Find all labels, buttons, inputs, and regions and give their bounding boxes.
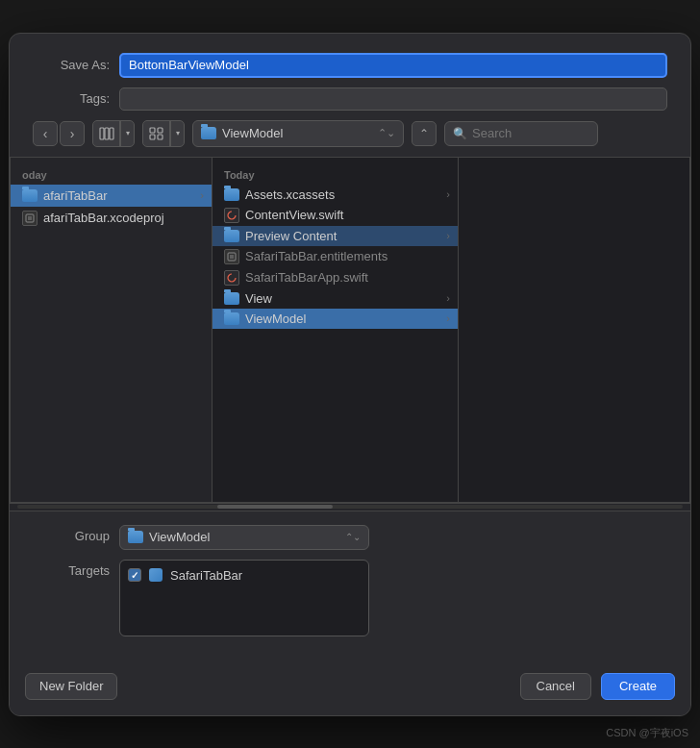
file-arrow-assets: › — [446, 188, 450, 200]
target-checkbox-safari[interactable]: ✓ — [128, 568, 141, 582]
target-label-safari: SafariTabBar — [170, 568, 242, 583]
file-folder-icon-viewmodel — [224, 312, 239, 325]
file-label-preview: Preview Content — [245, 229, 440, 243]
main-pane: Today Assets.xcassets › ContentView.swif… — [212, 158, 459, 502]
targets-row: Targets ✓ SafariTabBar — [33, 560, 667, 636]
checkbox-check-icon: ✓ — [131, 570, 138, 581]
file-arrow-viewmodel: › — [446, 312, 450, 324]
btn-group-right: Cancel Create — [520, 673, 676, 700]
svg-rect-6 — [158, 135, 162, 139]
search-icon: 🔍 — [453, 127, 467, 140]
search-input[interactable] — [472, 126, 589, 140]
file-arrow-preview: › — [446, 230, 450, 241]
tags-row: Tags: — [33, 87, 667, 111]
button-row: New Folder Cancel Create — [10, 660, 690, 715]
target-item-safari: ✓ SafariTabBar — [128, 566, 361, 585]
file-folder-icon-view — [224, 292, 239, 305]
dropdown-arrows-icon: ⌃⌄ — [345, 532, 361, 542]
svg-rect-2 — [110, 128, 113, 139]
sidebar-item-safari-tab-bar[interactable]: afariTabBar › — [11, 185, 212, 207]
tags-label: Tags: — [33, 91, 110, 106]
file-label-app: SafariTabBarApp.swift — [245, 270, 450, 285]
view-column-dropdown-arrow[interactable]: ▾ — [120, 121, 134, 146]
target-app-icon — [149, 568, 162, 582]
file-swift-icon-contentview — [224, 208, 239, 223]
view-grid-btn-set: ▾ — [142, 120, 185, 147]
svg-rect-5 — [150, 135, 155, 139]
sidebar-section-header: oday — [11, 165, 212, 185]
svg-rect-7 — [26, 214, 34, 222]
sidebar-item-xcodeproj[interactable]: afariTabBar.xcodeproj — [11, 207, 212, 230]
view-column-button[interactable] — [93, 121, 120, 146]
location-chevron-icon: ⌃⌄ — [378, 127, 395, 139]
file-label-assets: Assets.xcassets — [245, 187, 440, 202]
svg-rect-0 — [100, 128, 104, 139]
file-swift-icon-app — [224, 270, 239, 286]
location-folder-icon — [201, 127, 216, 139]
scrollbar-area — [10, 503, 690, 511]
group-dropdown-label: ViewModel — [149, 530, 339, 544]
forward-button[interactable]: › — [60, 121, 85, 146]
cancel-button[interactable]: Cancel — [520, 673, 591, 700]
sidebar-pane: oday afariTabBar › afariTabBar.xcodeproj — [11, 158, 212, 502]
main-section-header: Today — [212, 165, 458, 185]
svg-rect-10 — [228, 253, 236, 261]
location-expand-button[interactable]: ⌃ — [412, 121, 437, 146]
sidebar-item-arrow-1: › — [200, 189, 204, 201]
targets-label: Targets — [33, 560, 110, 578]
view-grid-dropdown-arrow[interactable]: ▾ — [170, 121, 184, 146]
file-arrow-view: › — [446, 292, 450, 304]
file-label-entitlements: SafariTabBar.entitlements — [245, 249, 450, 263]
file-item-preview[interactable]: Preview Content › — [212, 226, 458, 246]
file-item-viewmodel[interactable]: ViewModel › — [212, 309, 458, 329]
scrollbar-thumb — [217, 505, 333, 509]
save-as-label: Save As: — [33, 58, 110, 72]
file-label-contentview: ContentView.swift — [245, 208, 450, 222]
svg-rect-3 — [150, 128, 155, 133]
create-button[interactable]: Create — [601, 673, 675, 700]
file-label-viewmodel: ViewModel — [245, 312, 440, 326]
sidebar-file-icon-2 — [22, 211, 38, 226]
bottom-section: Group ViewModel ⌃⌄ Targets ✓ SafariTabBa… — [10, 511, 690, 660]
search-box: 🔍 — [444, 121, 598, 146]
svg-rect-1 — [105, 128, 109, 139]
view-column-btn-set: ▾ — [92, 120, 135, 147]
file-item-assets[interactable]: Assets.xcassets › — [212, 185, 458, 205]
sidebar-folder-icon-1 — [22, 189, 38, 202]
toolbar-row: ‹ › ▾ — [33, 120, 667, 147]
watermark: CSDN @宇夜iOS — [606, 726, 688, 740]
file-item-contentview[interactable]: ContentView.swift — [212, 205, 458, 226]
file-item-app[interactable]: SafariTabBarApp.swift — [212, 267, 458, 288]
right-pane — [459, 158, 689, 502]
location-label: ViewModel — [222, 126, 372, 140]
save-dialog: Save As: Tags: ‹ › — [9, 33, 691, 716]
svg-rect-4 — [158, 128, 162, 133]
file-folder-icon-preview — [224, 230, 239, 242]
file-item-entitlements[interactable]: SafariTabBar.entitlements — [212, 246, 458, 267]
file-browser: oday afariTabBar › afariTabBar.xcodeproj… — [10, 157, 690, 503]
nav-btn-group: ‹ › — [33, 121, 85, 146]
targets-box: ✓ SafariTabBar — [119, 560, 369, 636]
tags-input[interactable] — [119, 87, 667, 111]
new-folder-button[interactable]: New Folder — [25, 673, 117, 700]
group-folder-icon — [128, 531, 143, 543]
scrollbar-track[interactable] — [17, 505, 683, 509]
sidebar-item-label-1: afariTabBar — [43, 188, 194, 203]
file-label-view: View — [245, 291, 440, 306]
dialog-content: Save As: Tags: ‹ › — [10, 34, 690, 147]
back-button[interactable]: ‹ — [33, 121, 58, 146]
group-dropdown[interactable]: ViewModel ⌃⌄ — [119, 525, 369, 550]
save-as-row: Save As: — [33, 53, 667, 78]
location-dropdown[interactable]: ViewModel ⌃⌄ — [192, 120, 404, 147]
sidebar-item-label-2: afariTabBar.xcodeproj — [43, 211, 204, 225]
file-item-view[interactable]: View › — [212, 288, 458, 309]
view-grid-button[interactable] — [143, 121, 170, 146]
file-folder-icon-assets — [224, 188, 239, 201]
group-row: Group ViewModel ⌃⌄ — [33, 525, 667, 550]
group-label: Group — [33, 525, 110, 543]
file-entitlements-icon — [224, 249, 239, 264]
save-as-input[interactable] — [119, 53, 667, 78]
